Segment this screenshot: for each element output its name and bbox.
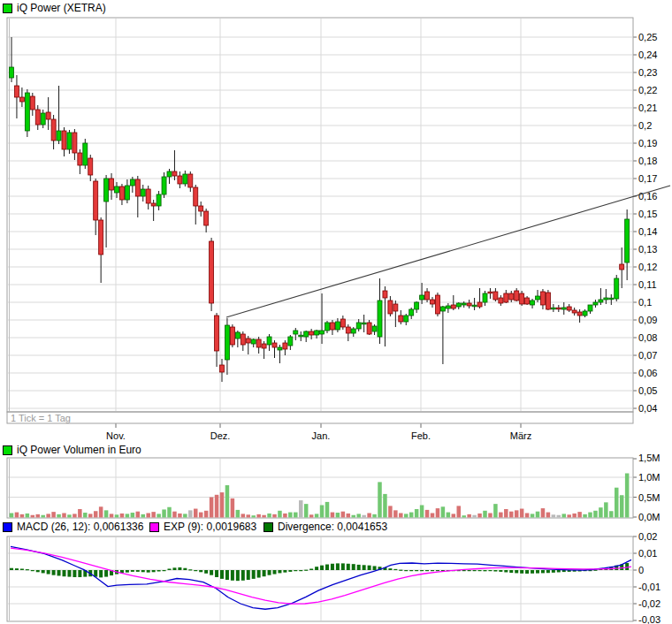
price-axis-label: 0,2 <box>638 120 652 131</box>
month-label: Nov. <box>106 430 126 441</box>
price-axis-label: 0,19 <box>638 138 657 148</box>
price-axis-label: 0,11 <box>638 279 657 290</box>
price-axis-label: 0,06 <box>638 368 657 378</box>
price-axis-label: 0,13 <box>638 244 657 255</box>
price-axis-label: 0,24 <box>638 49 657 60</box>
month-label: Dez. <box>210 430 231 441</box>
price-axis-label: 0,04 <box>638 403 657 414</box>
price-axis-label: 0,05 <box>638 385 657 396</box>
volume-axis-label: 1,5M <box>638 453 660 463</box>
month-label: Jan. <box>312 430 331 441</box>
month-label: Feb. <box>411 430 431 441</box>
tick-note-strip <box>7 412 633 423</box>
macd-axis-label: 0,02 <box>638 531 657 542</box>
macd-axis-label: 0,01 <box>638 548 657 559</box>
price-axis-label: 0,1 <box>638 297 652 308</box>
price-axis-label: 0,18 <box>638 156 657 166</box>
price-axis-label: 0,23 <box>638 67 657 78</box>
chart-widget: iQ Power (XETRA) iQ Power Volumen in Eur… <box>0 0 672 624</box>
chart-canvas: 0,250,240,230,220,210,20,190,180,170,160… <box>0 0 672 624</box>
volume-axis-label: 0,5M <box>638 492 660 503</box>
month-label: März <box>510 430 531 441</box>
price-axis-label: 0,22 <box>638 85 657 95</box>
price-axis-label: 0,08 <box>638 332 657 343</box>
volume-axis-label: 1,0M <box>638 472 660 483</box>
price-axis-label: 0,21 <box>638 103 657 113</box>
price-axis-label: 0,17 <box>638 173 657 184</box>
price-axis-label: 0,07 <box>638 350 657 361</box>
macd-axis-label: -0,03 <box>638 614 661 624</box>
price-axis-label: 0,15 <box>638 209 657 219</box>
price-axis-label: 0,14 <box>638 226 657 237</box>
macd-axis-label: -0,02 <box>638 598 661 609</box>
price-axis-label: 0,09 <box>638 315 657 325</box>
macd-plot-area[interactable] <box>7 536 633 621</box>
volume-plot-area[interactable] <box>7 458 633 518</box>
price-plot-area[interactable] <box>7 18 633 412</box>
price-axis-label: 0,12 <box>638 262 657 272</box>
macd-axis-label: 0 <box>638 565 644 575</box>
price-axis-label: 0,25 <box>638 32 657 42</box>
volume-axis-label: 0,0M <box>638 512 660 522</box>
macd-axis-label: -0,01 <box>638 582 661 592</box>
